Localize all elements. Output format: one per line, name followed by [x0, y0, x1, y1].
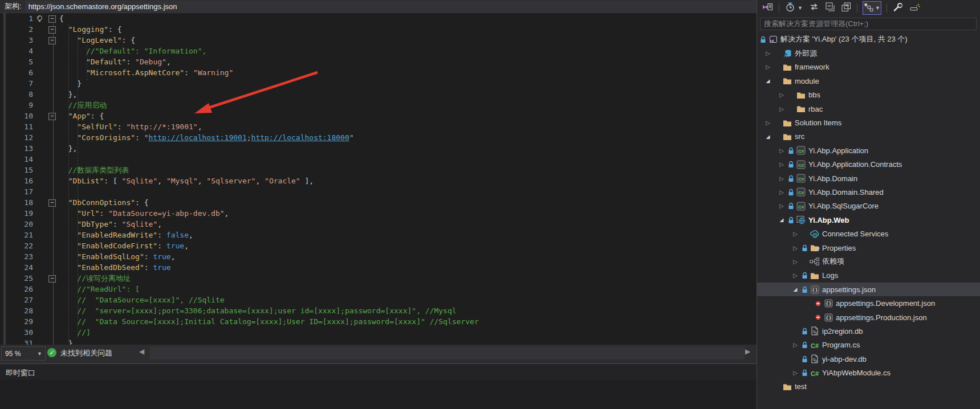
show-all-files-button[interactable]: ▼ [863, 1, 881, 15]
code-line-25[interactable]: 25− //读写分离地址 [0, 273, 757, 284]
code-line-12[interactable]: 12 "CorsOrigins": "http://localhost:1900… [0, 132, 757, 143]
tree-item-framework[interactable]: ▷framework [757, 60, 980, 74]
fold-toggle-icon[interactable]: − [48, 113, 56, 120]
code-line-29[interactable]: 29 // "Data Source=[xxxx];Initial Catalo… [0, 316, 757, 327]
code-line-4[interactable]: 4 //"Default": "Information", [0, 46, 757, 56]
immediate-window-content[interactable] [0, 380, 757, 409]
code-line-7[interactable]: 7 } [0, 78, 757, 89]
code-line-2[interactable]: 2− "Logging": { [0, 24, 757, 35]
tree-item-appsettings.development.json[interactable]: {}appsettings.Development.json [757, 296, 980, 310]
expander-collapsed-icon[interactable]: ▷ [791, 259, 800, 265]
code-line-24[interactable]: 24 "EnabledDbSeed": true [0, 262, 757, 273]
horizontal-scrollbar[interactable] [149, 347, 745, 359]
schema-url-combobox[interactable]: https://json.schemastore.org/appsettings… [25, 1, 757, 12]
code-line-15[interactable]: 15 //数据库类型列表 [0, 165, 757, 175]
fold-toggle-icon[interactable]: − [48, 199, 56, 207]
scroll-left-arrow-icon[interactable]: ◀ [139, 347, 144, 355]
tree-item-解决方案-yi.abp-23-个项目-共-23-个[interactable]: 解决方案 'Yi.Abp' (23 个项目, 共 23 个) [757, 32, 980, 46]
collapse-all-button[interactable] [825, 2, 836, 14]
tree-item-src[interactable]: ◢src [757, 130, 980, 144]
tree-item-test[interactable]: test [757, 380, 980, 394]
expander-collapsed-icon[interactable]: ▷ [763, 64, 772, 70]
expander-collapsed-icon[interactable]: ▷ [791, 370, 800, 376]
tree-item-bbs[interactable]: ▷bbs [757, 88, 980, 102]
fold-toggle-icon[interactable]: − [48, 26, 56, 34]
tree-item-appsettings.production.json[interactable]: {}appsettings.Production.json [757, 310, 980, 324]
expander-collapsed-icon[interactable]: ▷ [777, 92, 786, 98]
tree-item-yi.abp.application.contracts[interactable]: ▷C#Yi.Abp.Application.Contracts [757, 158, 980, 171]
switch-views-button[interactable] [762, 2, 774, 14]
code-line-3[interactable]: 3− "LogLevel": { [0, 35, 757, 46]
tree-item-program.cs[interactable]: ▷C#Program.cs [757, 338, 980, 352]
expander-collapsed-icon[interactable]: ▷ [791, 342, 800, 348]
tree-item-appsettings.json[interactable]: ◢{}appsettings.json [757, 283, 980, 296]
code-line-23[interactable]: 23 "EnabledSqlLog": true, [0, 251, 757, 262]
tree-item-yi.abp.sqlsugarcore[interactable]: ▷C#Yi.Abp.SqlSugarCore [757, 199, 980, 213]
tree-item-properties[interactable]: ▷Properties [757, 241, 980, 255]
properties-wrench-button[interactable] [892, 2, 904, 14]
code-line-1[interactable]: 1−{ [0, 13, 757, 24]
code-editor[interactable]: 1−{2− "Logging": {3− "LogLevel": {4 //"D… [0, 13, 757, 345]
tree-item-connected-services[interactable]: ▷Connected Services [757, 227, 980, 240]
code-line-8[interactable]: 8 }, [0, 89, 757, 100]
tree-item-yi.abp.web[interactable]: ◢Yi.Abp.Web [757, 213, 980, 227]
code-line-18[interactable]: 18− "DbConnOptions": { [0, 197, 757, 208]
fold-toggle-icon[interactable]: − [48, 37, 56, 44]
tree-item-yi-abp-dev.db[interactable]: yi-abp-dev.db [757, 352, 980, 366]
properties-pages-button[interactable] [841, 2, 852, 14]
tree-item-logs[interactable]: ▷Logs [757, 269, 980, 283]
expander-expanded-icon[interactable]: ◢ [763, 78, 772, 84]
code-line-30[interactable]: 30 //] [0, 327, 757, 338]
expander-collapsed-icon[interactable]: ▷ [777, 203, 786, 209]
history-filter-button[interactable]: ▼ [784, 2, 803, 14]
tree-item-外部源[interactable]: ▷外部源 [757, 46, 980, 60]
expander-expanded-icon[interactable]: ◢ [763, 134, 772, 140]
code-line-17[interactable]: 17 [0, 186, 757, 197]
tree-item-rbac[interactable]: ▷rbac [757, 102, 980, 116]
expander-collapsed-icon[interactable]: ▷ [763, 120, 772, 126]
code-line-6[interactable]: 6 "Microsoft.AspNetCore": "Warning" [0, 67, 757, 78]
code-line-22[interactable]: 22 "EnabledCodeFirst": true, [0, 240, 757, 251]
expander-collapsed-icon[interactable]: ▷ [777, 106, 786, 112]
scroll-right-arrow-icon[interactable]: ▶ [745, 347, 750, 355]
code-line-13[interactable]: 13 }, [0, 143, 757, 154]
code-line-27[interactable]: 27 // "DataSource=[xxxx]", //Sqlite [0, 295, 757, 305]
fold-toggle-icon[interactable]: − [48, 275, 56, 283]
code-line-11[interactable]: 11 "SelfUrl": "http://*:19001", [0, 121, 757, 132]
expander-collapsed-icon[interactable]: ▷ [777, 175, 786, 182]
expander-collapsed-icon[interactable]: ▷ [763, 50, 772, 56]
code-line-26[interactable]: 26 //"ReadUrl": [ [0, 284, 757, 295]
tree-item-yiabpwebmodule.cs[interactable]: ▷C#YiAbpWebModule.cs [757, 366, 980, 379]
tree-item-solution-items[interactable]: ▷Solution Items [757, 116, 980, 129]
tree-item-ip2region.db[interactable]: ip2region.db [757, 324, 980, 338]
tree-item-yi.abp.domain.shared[interactable]: ▷C#Yi.Abp.Domain.Shared [757, 185, 980, 199]
expander-collapsed-icon[interactable]: ▷ [791, 231, 800, 237]
tree-item-依赖项[interactable]: ▷依赖项 [757, 255, 980, 268]
expander-collapsed-icon[interactable]: ▷ [777, 148, 786, 154]
code-line-21[interactable]: 21 "EnabledReadWrite": false, [0, 230, 757, 240]
expander-expanded-icon[interactable]: ◢ [777, 217, 786, 223]
expander-collapsed-icon[interactable]: ▷ [777, 161, 786, 167]
solution-search-input[interactable]: 搜索解决方案资源管理器(Ctrl+;) [760, 18, 977, 30]
code-line-20[interactable]: 20 "DbType": "Sqlite", [0, 219, 757, 230]
zoom-level-combobox[interactable]: 95 % ▼ [1, 346, 46, 361]
quick-actions-lightbulb-icon[interactable] [36, 15, 43, 23]
preview-selected-items-button[interactable] [909, 2, 921, 14]
code-line-9[interactable]: 9 //应用启动 [0, 100, 757, 111]
tree-item-yi.abp.application[interactable]: ▷C#Yi.Abp.Application [757, 144, 980, 157]
code-line-5[interactable]: 5 "Default": "Debug", [0, 56, 757, 67]
sync-with-active-document-button[interactable] [808, 2, 820, 14]
code-line-31[interactable]: 31 }, [0, 338, 757, 345]
expander-collapsed-icon[interactable]: ▷ [777, 189, 786, 195]
expander-collapsed-icon[interactable]: ▷ [791, 272, 800, 279]
expander-expanded-icon[interactable]: ◢ [791, 287, 800, 292]
tree-item-module[interactable]: ◢module [757, 74, 980, 88]
tree-item-yi.abp.domain[interactable]: ▷C#Yi.Abp.Domain [757, 171, 980, 185]
code-line-28[interactable]: 28 // "server=[xxxx];port=3306;database=… [0, 305, 757, 316]
code-line-14[interactable]: 14 [0, 154, 757, 165]
code-line-16[interactable]: 16 "DbList": [ "Sqlite", "Mysql", "Sqlse… [0, 175, 757, 186]
code-line-10[interactable]: 10− "App": { [0, 111, 757, 121]
expander-collapsed-icon[interactable]: ▷ [791, 245, 800, 251]
code-line-19[interactable]: 19 "Url": "DataSource=yi-abp-dev.db", [0, 208, 757, 219]
fold-toggle-icon[interactable]: − [48, 15, 56, 23]
